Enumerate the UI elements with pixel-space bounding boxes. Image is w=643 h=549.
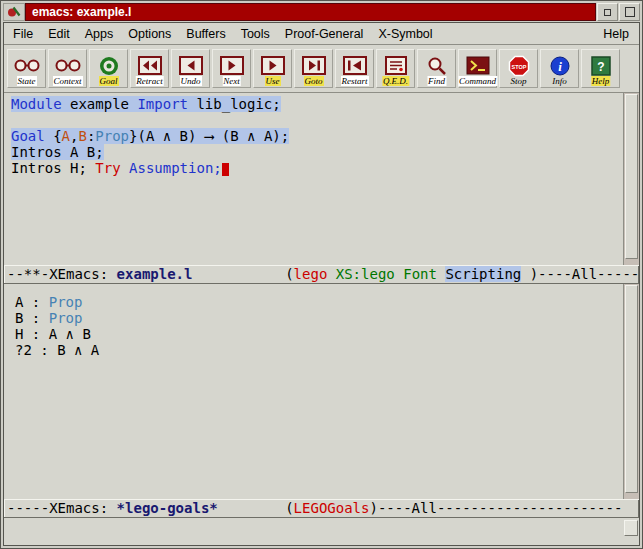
editor-modeline: --**-XEmacs: example.l (lego XS:lego Fon… bbox=[4, 265, 639, 284]
maximize-icon bbox=[625, 7, 635, 17]
text-cursor bbox=[222, 163, 229, 176]
svg-text:?: ? bbox=[597, 60, 604, 74]
stop-sign-icon: STOP bbox=[508, 55, 530, 77]
maximize-button[interactable] bbox=[619, 3, 640, 21]
toolbar-qed-button[interactable]: Q.E.D. bbox=[376, 49, 415, 88]
menu-help[interactable]: Help bbox=[603, 27, 629, 41]
right-triangle-icon bbox=[261, 56, 285, 75]
goggles-icon bbox=[14, 59, 40, 72]
toolbar-goto-button[interactable]: Goto bbox=[294, 49, 333, 88]
restart-icon bbox=[343, 56, 367, 75]
toolbar-state-button[interactable]: State bbox=[7, 49, 46, 88]
info-circle-icon: i bbox=[550, 56, 570, 76]
toolbar: StateContextGoalRetractUndoNextUseGotoRe… bbox=[4, 45, 639, 93]
left-triangle-icon bbox=[179, 56, 203, 75]
xemacs-logo-icon bbox=[7, 6, 21, 18]
toolbar-command-label: Command bbox=[458, 76, 497, 86]
terminal-icon bbox=[466, 56, 490, 75]
code-line: A : Prop bbox=[15, 294, 623, 310]
double-left-triangle-icon bbox=[138, 56, 162, 75]
toolbar-undo-label: Undo bbox=[180, 76, 202, 86]
toolbar-find-button[interactable]: Find bbox=[417, 49, 456, 88]
titlebar: emacs: example.l bbox=[3, 3, 640, 21]
menu-edit[interactable]: Edit bbox=[48, 27, 70, 41]
goals-modeline: -----XEmacs: *lego-goals* (LEGOGoals)---… bbox=[4, 499, 639, 518]
toolbar-goto-label: Goto bbox=[304, 76, 324, 86]
toolbar-goal-button[interactable]: Goal bbox=[89, 49, 128, 88]
minimize-button[interactable] bbox=[597, 3, 618, 21]
editor-text-area[interactable]: Module example Import lib_logic; Goal {A… bbox=[4, 93, 623, 265]
toolbar-restart-label: Restart bbox=[341, 76, 369, 86]
toolbar-info-label: Info bbox=[551, 76, 568, 86]
menu-tools[interactable]: Tools bbox=[241, 27, 270, 41]
editor-buffer: Module example Import lib_logic; Goal {A… bbox=[4, 93, 639, 265]
toolbar-goal-label: Goal bbox=[99, 76, 119, 86]
svg-text:STOP: STOP bbox=[511, 63, 526, 69]
code-line: Intros H; Try Assumption; bbox=[11, 160, 623, 176]
toolbar-info-button[interactable]: iInfo bbox=[540, 49, 579, 88]
window-frame: FileEditAppsOptionsBuffersToolsProof-Gen… bbox=[3, 22, 640, 546]
toolbar-help-button[interactable]: ?Help bbox=[581, 49, 620, 88]
toolbar-retract-label: Retract bbox=[135, 76, 164, 86]
menu-x-symbol[interactable]: X-Symbol bbox=[378, 27, 432, 41]
menu-options[interactable]: Options bbox=[128, 27, 171, 41]
goals-scrollbar-thumb[interactable] bbox=[625, 285, 638, 493]
code-line: B : Prop bbox=[15, 310, 623, 326]
magnifier-icon bbox=[427, 56, 447, 76]
code-line: Intros A B; bbox=[11, 144, 623, 160]
toolbar-find-label: Find bbox=[427, 76, 446, 86]
minibuffer[interactable] bbox=[4, 518, 639, 545]
right-triangle-bar-icon bbox=[302, 56, 326, 75]
goggles-icon bbox=[55, 59, 81, 72]
toolbar-retract-button[interactable]: Retract bbox=[130, 49, 169, 88]
code-line: Module example Import lib_logic; bbox=[11, 96, 623, 112]
resize-grip[interactable] bbox=[624, 520, 638, 536]
minimize-icon bbox=[604, 9, 611, 16]
toolbar-restart-button[interactable]: Restart bbox=[335, 49, 374, 88]
toolbar-stop-button[interactable]: STOPStop bbox=[499, 49, 538, 88]
svg-text:i: i bbox=[558, 58, 562, 73]
scroll-icon bbox=[385, 56, 407, 75]
help-icon: ? bbox=[591, 56, 611, 76]
menu-proof-general[interactable]: Proof-General bbox=[285, 27, 364, 41]
toolbar-next-button[interactable]: Next bbox=[212, 49, 251, 88]
toolbar-stop-label: Stop bbox=[509, 76, 527, 86]
toolbar-command-button[interactable]: Command bbox=[458, 49, 497, 88]
window-title[interactable]: emacs: example.l bbox=[25, 3, 596, 21]
toolbar-use-label: Use bbox=[265, 76, 281, 86]
xemacs-window: emacs: example.l FileEditAppsOptionsBuff… bbox=[0, 0, 643, 549]
toolbar-state-label: State bbox=[17, 76, 37, 86]
menubar: FileEditAppsOptionsBuffersToolsProof-Gen… bbox=[4, 23, 639, 45]
toolbar-context-label: Context bbox=[53, 76, 83, 86]
code-line: H : A ∧ B bbox=[15, 326, 623, 342]
toolbar-qed-label: Q.E.D. bbox=[382, 76, 409, 86]
right-triangle-icon bbox=[220, 56, 244, 75]
code-line bbox=[11, 112, 623, 128]
code-line: Goal {A,B:Prop}(A ∧ B) ⟶ (B ∧ A); bbox=[11, 128, 623, 144]
window-menu-icon[interactable] bbox=[3, 3, 25, 21]
goals-scrollbar[interactable] bbox=[623, 284, 639, 499]
editor-scrollbar-thumb[interactable] bbox=[625, 94, 638, 259]
toolbar-context-button[interactable]: Context bbox=[48, 49, 87, 88]
editor-scrollbar[interactable] bbox=[623, 93, 639, 265]
toolbar-next-label: Next bbox=[222, 76, 241, 86]
code-line: ?2 : B ∧ A bbox=[15, 342, 623, 358]
menu-apps[interactable]: Apps bbox=[85, 27, 114, 41]
toolbar-help-label: Help bbox=[591, 76, 611, 86]
toolbar-use-button[interactable]: Use bbox=[253, 49, 292, 88]
toolbar-undo-button[interactable]: Undo bbox=[171, 49, 210, 88]
menu-file[interactable]: File bbox=[13, 27, 33, 41]
goals-text-area[interactable]: A : PropB : PropH : A ∧ B?2 : B ∧ A bbox=[4, 284, 623, 499]
target-icon bbox=[99, 56, 119, 76]
menu-buffers[interactable]: Buffers bbox=[186, 27, 225, 41]
goals-buffer: A : PropB : PropH : A ∧ B?2 : B ∧ A bbox=[4, 284, 639, 499]
